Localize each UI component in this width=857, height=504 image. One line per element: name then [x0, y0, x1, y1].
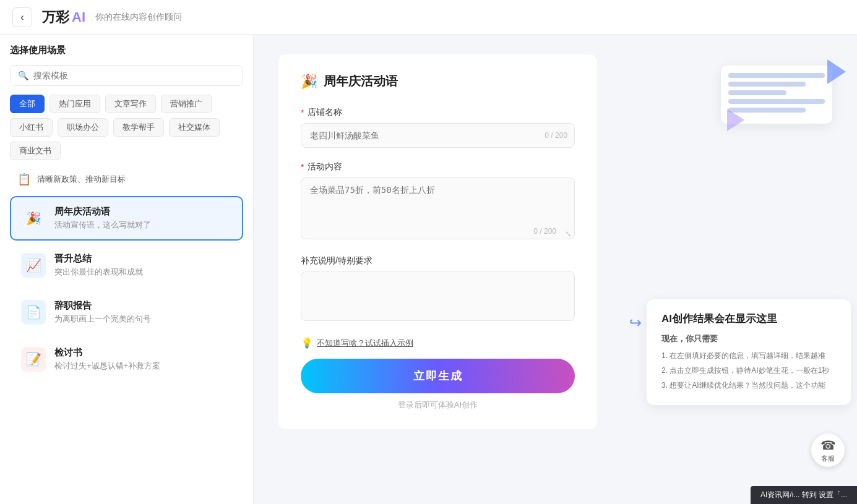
right-panel: ↩ AI创作结果会在显示这里 现在，你只需要 1. 在左侧填好必要的信息，填写越…: [622, 35, 857, 504]
hint-link[interactable]: 不知道写啥？试试插入示例: [317, 338, 413, 348]
cs-label: 客服: [821, 454, 835, 463]
hint-row: 💡 不知道写啥？试试插入示例: [301, 337, 575, 349]
shop-name-label: * 店铺名称: [301, 107, 575, 118]
anniversary-desc: 活动宣传语，这么写就对了: [54, 220, 232, 231]
list-item-review[interactable]: 📝 检讨书 检讨过失+诚恳认错+补救方案: [10, 337, 243, 382]
hint-text: 不知道写啥？试试插入示例: [317, 338, 413, 349]
bottom-banner: AI资讯网/i... 转到 设置「...: [751, 486, 857, 504]
bottom-banner-text: AI资讯网/i... 转到 设置「...: [760, 490, 847, 499]
search-icon: 🔍: [18, 70, 28, 80]
main-layout: 选择使用场景 🔍 全部 热门应用 文章写作 营销推广 小红书 职场办公 教学帮手…: [0, 35, 857, 504]
anniversary-content: 周年庆活动语 活动宣传语，这么写就对了: [54, 206, 232, 231]
header-subtitle: 你的在线内容创作顾问: [95, 12, 182, 23]
anniversary-icon: 🎉: [21, 206, 46, 231]
list-item-resignation[interactable]: 📄 辞职报告 为离职画上一个完美的句号: [10, 290, 243, 335]
review-icon: 📝: [21, 347, 46, 372]
generate-button[interactable]: 立即生成: [301, 359, 575, 393]
logo-ai: AI: [72, 9, 85, 25]
shop-name-char-count: 0 / 200: [545, 131, 567, 140]
ai-result-box: ↩ AI创作结果会在显示这里 现在，你只需要 1. 在左侧填好必要的信息，填写越…: [647, 299, 851, 405]
form-title: 周年庆活动语: [324, 73, 398, 90]
resignation-title: 辞职报告: [54, 300, 232, 312]
review-content: 检讨书 检讨过失+诚恳认错+补救方案: [54, 347, 232, 372]
logo-text: 万彩: [42, 8, 69, 27]
back-icon: ‹: [20, 12, 24, 23]
supplement-group: 补充说明/特别要求: [301, 255, 575, 323]
promotion-icon: 📈: [21, 253, 46, 278]
supplement-label: 补充说明/特别要求: [301, 255, 575, 267]
triangle-decoration-2: [727, 109, 744, 131]
tag-social[interactable]: 社交媒体: [169, 118, 220, 137]
promotion-desc: 突出你最佳的表现和成就: [54, 267, 232, 278]
tags-row: 全部 热门应用 文章写作 营销推广 小红书 职场办公 教学帮手 社交媒体 商业文…: [10, 95, 243, 160]
required-marker-1: *: [301, 108, 304, 117]
promotion-title: 晋升总结: [54, 253, 232, 265]
tag-office[interactable]: 职场办公: [58, 118, 108, 137]
search-input[interactable]: [33, 70, 235, 80]
triangle-decoration: [827, 59, 846, 84]
required-marker-2: *: [301, 162, 304, 172]
tag-xiaohongshu[interactable]: 小红书: [10, 118, 53, 137]
cs-icon: ☎: [820, 438, 836, 453]
sidebar: 选择使用场景 🔍 全部 热门应用 文章写作 营销推广 小红书 职场办公 教学帮手…: [0, 35, 254, 504]
tag-teaching[interactable]: 教学帮手: [113, 118, 164, 137]
step-3: 3. 想要让AI继续优化结果？当然没问题，这个功能: [661, 378, 836, 393]
banner-item[interactable]: 📋 清晰新政策、推动新目标: [10, 166, 243, 192]
list-items: 🎉 周年庆活动语 活动宣传语，这么写就对了 📈 晋升总结 突出你最佳的表现和成就…: [10, 196, 243, 382]
activity-char-count: 0 / 200: [533, 227, 556, 236]
review-title: 检讨书: [54, 347, 232, 359]
step-1: 1. 在左侧填好必要的信息，填写越详细，结果越准: [661, 348, 836, 363]
customer-service-button[interactable]: ☎ 客服: [811, 434, 845, 467]
shop-name-wrapper: 0 / 200: [301, 123, 575, 148]
resize-handle: ⤡: [565, 229, 571, 238]
tag-marketing[interactable]: 营销推广: [161, 95, 212, 113]
ai-result-subtitle: 现在，你只需要: [661, 333, 836, 344]
activity-wrapper: 0 / 200 ⤡: [301, 177, 575, 242]
tag-all[interactable]: 全部: [10, 95, 45, 113]
search-box[interactable]: 🔍: [10, 65, 243, 86]
shop-name-group: * 店铺名称 0 / 200: [301, 107, 575, 148]
arrow-icon: ↩: [629, 314, 642, 331]
sidebar-title: 选择使用场景: [10, 45, 243, 56]
illustration: [721, 66, 832, 124]
banner-icon: 📋: [17, 173, 31, 186]
resignation-icon: 📄: [21, 300, 46, 325]
anniversary-title: 周年庆活动语: [54, 206, 232, 218]
form-card: 🎉 周年庆活动语 * 店铺名称 0 / 200 * 活动内容: [278, 54, 597, 429]
list-item-promotion[interactable]: 📈 晋升总结 突出你最佳的表现和成就: [10, 243, 243, 288]
banner-text: 清晰新政策、推动新目标: [37, 174, 126, 185]
tag-business[interactable]: 商业文书: [10, 142, 61, 160]
back-button[interactable]: ‹: [12, 7, 32, 27]
supplement-textarea[interactable]: [301, 271, 575, 321]
generate-hint: 登录后即可体验AI创作: [301, 399, 575, 411]
ai-steps: 1. 在左侧填好必要的信息，填写越详细，结果越准 2. 点击立即生成按钮，静待A…: [661, 348, 836, 393]
form-header: 🎉 周年庆活动语: [301, 73, 575, 90]
logo: 万彩 AI: [42, 8, 85, 27]
header: ‹ 万彩 AI 你的在线内容创作顾问: [0, 0, 857, 35]
tag-hot[interactable]: 热门应用: [50, 95, 100, 113]
tag-article[interactable]: 文章写作: [105, 95, 156, 113]
list-item-anniversary[interactable]: 🎉 周年庆活动语 活动宣传语，这么写就对了: [10, 196, 243, 241]
content-area: 🎉 周年庆活动语 * 店铺名称 0 / 200 * 活动内容: [254, 35, 622, 504]
form-header-icon: 🎉: [301, 74, 317, 90]
resignation-content: 辞职报告 为离职画上一个完美的句号: [54, 300, 232, 325]
ai-result-title: AI创作结果会在显示这里: [661, 312, 836, 326]
review-desc: 检讨过失+诚恳认错+补救方案: [54, 361, 232, 372]
hint-icon: 💡: [301, 337, 313, 349]
activity-group: * 活动内容 0 / 200 ⤡: [301, 161, 575, 242]
step-2: 2. 点击立即生成按钮，静待AI妙笔生花，一般在1秒: [661, 363, 836, 378]
promotion-content: 晋升总结 突出你最佳的表现和成就: [54, 253, 232, 278]
shop-name-input[interactable]: [301, 123, 575, 148]
resignation-desc: 为离职画上一个完美的句号: [54, 314, 232, 325]
activity-label: * 活动内容: [301, 161, 575, 173]
